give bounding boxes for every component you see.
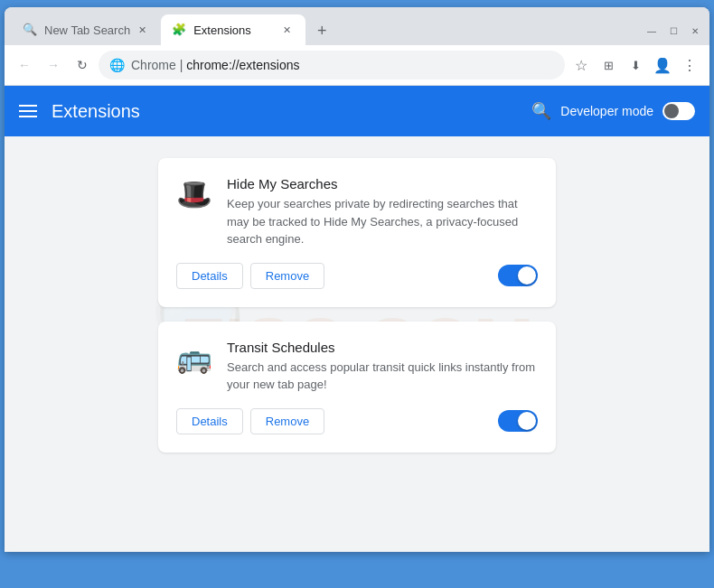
- toolbar-icons: ☆ ⊞ ⬇ 👤 ⋮: [568, 52, 702, 78]
- hamburger-menu[interactable]: [19, 105, 37, 117]
- enable-knob-hide-my-searches: [518, 266, 536, 285]
- enable-toggle-transit-schedules[interactable]: [498, 410, 538, 432]
- tab-new-tab-search[interactable]: 🔍 New Tab Search ✕: [12, 14, 161, 45]
- forward-button[interactable]: →: [41, 52, 66, 78]
- tab-new-tab-search-label: New Tab Search: [44, 23, 130, 37]
- bookmark-button[interactable]: ☆: [568, 52, 594, 78]
- ext-desc-hide-my-searches: Keep your searches private by redirectin…: [227, 195, 538, 248]
- tab-extensions-icon: 🧩: [172, 23, 186, 37]
- extensions-content: 🔍 FISC.COM 🎩 Hide My Searches Keep your …: [5, 136, 709, 552]
- menu-button[interactable]: ⋮: [677, 52, 702, 78]
- tab-search-icon: 🔍: [23, 23, 37, 37]
- remove-button-hide-my-searches[interactable]: Remove: [250, 263, 324, 289]
- url-separator: |: [176, 58, 186, 72]
- minimize-button[interactable]: —: [644, 23, 659, 38]
- ext-card-footer-ts: Details Remove: [176, 408, 538, 434]
- remove-button-transit-schedules[interactable]: Remove: [250, 408, 324, 434]
- ext-name-transit-schedules: Transit Schedules: [227, 340, 538, 355]
- ext-name-hide-my-searches: Hide My Searches: [227, 176, 538, 191]
- tab-extensions[interactable]: 🧩 Extensions ✕: [161, 14, 305, 45]
- browser-window: 🔍 New Tab Search ✕ 🧩 Extensions ✕ + — ☐ …: [5, 7, 709, 552]
- developer-mode-label: Developer mode: [560, 104, 653, 118]
- ext-info-transit-schedules: Transit Schedules Search and access popu…: [227, 340, 538, 394]
- site-name: Chrome: [131, 58, 176, 72]
- ext-card-header-ts: 🚌 Transit Schedules Search and access po…: [176, 340, 538, 394]
- ext-desc-transit-schedules: Search and access popular transit quick …: [227, 359, 538, 394]
- back-button[interactable]: ←: [12, 52, 37, 78]
- new-tab-button[interactable]: +: [309, 18, 334, 43]
- extension-card-transit-schedules: 🚌 Transit Schedules Search and access po…: [158, 322, 556, 453]
- enable-knob-transit-schedules: [518, 412, 536, 430]
- ext-info-hide-my-searches: Hide My Searches Keep your searches priv…: [227, 176, 538, 248]
- profile-button[interactable]: 👤: [650, 52, 675, 78]
- details-button-transit-schedules[interactable]: Details: [176, 408, 243, 434]
- address-bar: ← → ↻ 🌐 Chrome | chrome://extensions ☆ ⊞…: [5, 45, 709, 86]
- dev-mode-section: 🔍 Developer mode: [531, 101, 695, 121]
- enable-toggle-hide-my-searches[interactable]: [498, 265, 538, 286]
- tab-extensions-label: Extensions: [193, 23, 275, 37]
- ext-icon-transit-schedules: 🚌: [176, 340, 212, 376]
- download-button[interactable]: ⬇: [623, 52, 648, 78]
- ext-card-footer-hms: Details Remove: [176, 263, 538, 289]
- omnibox-globe-icon: 🌐: [109, 58, 124, 72]
- ext-icon-button[interactable]: ⊞: [596, 52, 621, 78]
- developer-mode-knob: [664, 104, 679, 118]
- reload-button[interactable]: ↻: [70, 52, 95, 78]
- extension-card-hide-my-searches: 🎩 Hide My Searches Keep your searches pr…: [158, 158, 556, 307]
- close-button[interactable]: ✕: [688, 23, 702, 38]
- tab-new-tab-search-close[interactable]: ✕: [134, 22, 150, 38]
- ext-icon-hide-my-searches: 🎩: [176, 176, 212, 212]
- search-icon[interactable]: 🔍: [531, 101, 551, 121]
- tab-extensions-close[interactable]: ✕: [278, 22, 295, 38]
- maximize-button[interactable]: ☐: [666, 23, 681, 38]
- developer-mode-toggle[interactable]: [662, 102, 695, 120]
- details-button-hide-my-searches[interactable]: Details: [176, 263, 243, 289]
- window-controls: — ☐ ✕: [644, 23, 702, 45]
- url-path: chrome://extensions: [186, 58, 299, 72]
- title-bar: 🔍 New Tab Search ✕ 🧩 Extensions ✕ + — ☐ …: [5, 7, 709, 45]
- ext-card-header-hms: 🎩 Hide My Searches Keep your searches pr…: [176, 176, 538, 248]
- extensions-title: Extensions: [52, 101, 531, 122]
- omnibox-url: Chrome | chrome://extensions: [131, 58, 554, 72]
- omnibox[interactable]: 🌐 Chrome | chrome://extensions: [99, 51, 565, 79]
- extensions-header: Extensions 🔍 Developer mode: [5, 86, 709, 136]
